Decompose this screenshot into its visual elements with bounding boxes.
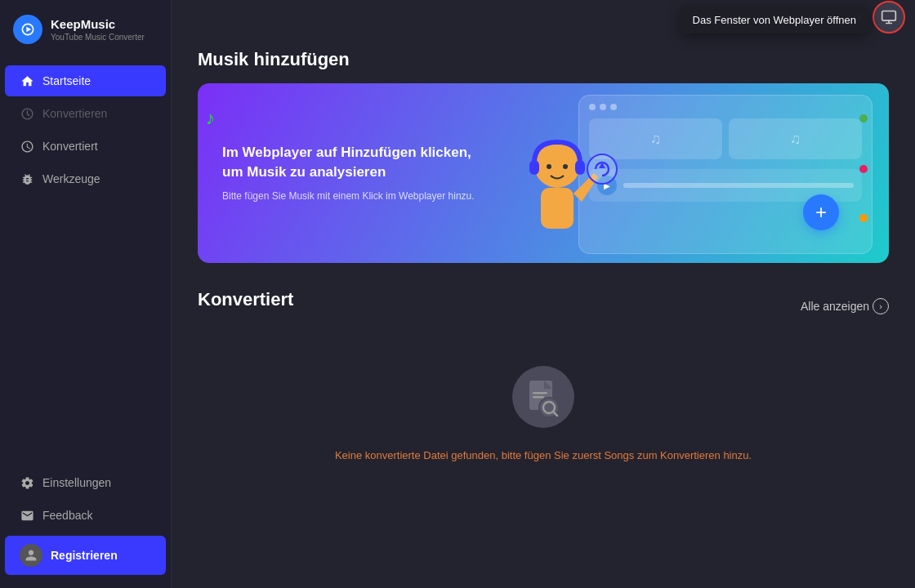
sidebar-item-konvertiert-label: Konvertiert [42,140,98,153]
konvertiert-header: Konvertiert Alle anzeigen › [198,289,889,323]
banner: Im Webplayer auf Hinzufügen klicken, um … [198,83,889,263]
banner-text: Im Webplayer auf Hinzufügen klicken, um … [222,143,484,203]
dot-pink [859,165,868,173]
svg-rect-3 [882,11,896,21]
register-label: Registrieren [51,549,118,562]
empty-state-text: Keine konvertierte Datei gefunden, bitte… [335,449,752,461]
convert-icon [20,106,34,121]
svg-rect-5 [529,160,539,175]
app-subtitle: YouTube Music Converter [51,32,145,42]
mail-icon [20,508,34,523]
sidebar-item-feedback-label: Feedback [42,509,92,522]
restore-icon[interactable]: □ [828,10,843,24]
alle-anzeigen-button[interactable]: Alle anzeigen › [801,298,889,314]
music-note-decoration: ♪ [206,108,215,129]
sidebar-item-werkzeuge-label: Werkzeuge [42,172,100,185]
sidebar-item-startseite[interactable]: Startseite [5,65,166,96]
dot-green [859,114,868,122]
musik-title: Musik hinzufügen [198,49,889,70]
konvertiert-title: Konvertiert [198,289,293,310]
sidebar-brand: KeepMusic YouTube Music Converter [51,17,145,42]
mockup-progress-bar [623,183,854,188]
mockup-card-2: ♫ [729,118,862,159]
empty-state: Keine konvertierte Datei gefunden, bitte… [198,338,889,478]
gear-icon [20,475,34,490]
sidebar-header: KeepMusic YouTube Music Converter [0,0,171,59]
sidebar-item-einstellungen-label: Einstellungen [42,476,111,489]
app-name: KeepMusic [51,17,145,32]
clock-icon [20,139,34,154]
alle-anzeigen-label: Alle anzeigen [801,300,869,313]
sidebar-item-startseite-label: Startseite [42,74,91,87]
minimize-icon[interactable]: — [806,10,820,24]
main-content: Das Fenster von Webplayer öffnen — □ ✕ M… [172,0,915,588]
svg-point-7 [547,164,551,169]
sidebar-item-feedback[interactable]: Feedback [5,500,166,531]
character-illustration [475,100,639,263]
sidebar-bottom: Einstellungen Feedback Registrieren [0,459,171,588]
konvertiert-section: Konvertiert Alle anzeigen › [198,289,889,478]
tools-icon [20,172,34,186]
svg-rect-6 [575,160,585,175]
empty-file-icon [507,363,580,436]
sidebar-item-konvertieren-label: Konvertieren [42,107,107,120]
svg-rect-14 [533,392,547,394]
app-logo [13,15,42,44]
banner-subtitle: Bitte fügen Sie Musik mit einem Klick im… [222,189,484,203]
home-icon [20,74,34,88]
sidebar-item-werkzeuge[interactable]: Werkzeuge [5,163,166,194]
close-icon[interactable]: ✕ [851,10,866,24]
alle-anzeigen-arrow-icon: › [873,298,889,314]
svg-marker-1 [26,27,31,33]
main-scroll-content: Musik hinzufügen Im Webplayer auf Hinzuf… [172,29,915,588]
window-controls: — □ ✕ [806,10,866,24]
sidebar-item-einstellungen[interactable]: Einstellungen [5,467,166,498]
svg-rect-9 [541,188,574,229]
topbar: Das Fenster von Webplayer öffnen — □ ✕ [172,0,915,29]
webplayer-button[interactable] [873,1,905,33]
plus-button: + [803,194,839,230]
dot-orange [859,214,868,222]
svg-rect-15 [533,396,544,399]
banner-title: Im Webplayer auf Hinzufügen klicken, um … [222,143,484,182]
sidebar-item-konvertiert[interactable]: Konvertiert [5,131,166,162]
sidebar: KeepMusic YouTube Music Converter Starts… [0,0,172,588]
svg-point-8 [563,164,568,169]
svg-point-10 [587,154,617,184]
avatar [20,544,42,567]
sidebar-nav: Startseite Konvertieren Konvertiert [0,59,171,459]
musik-section: Musik hinzufügen Im Webplayer auf Hinzuf… [198,49,889,263]
sidebar-item-konvertieren[interactable]: Konvertieren [5,98,166,129]
register-button[interactable]: Registrieren [5,536,166,575]
